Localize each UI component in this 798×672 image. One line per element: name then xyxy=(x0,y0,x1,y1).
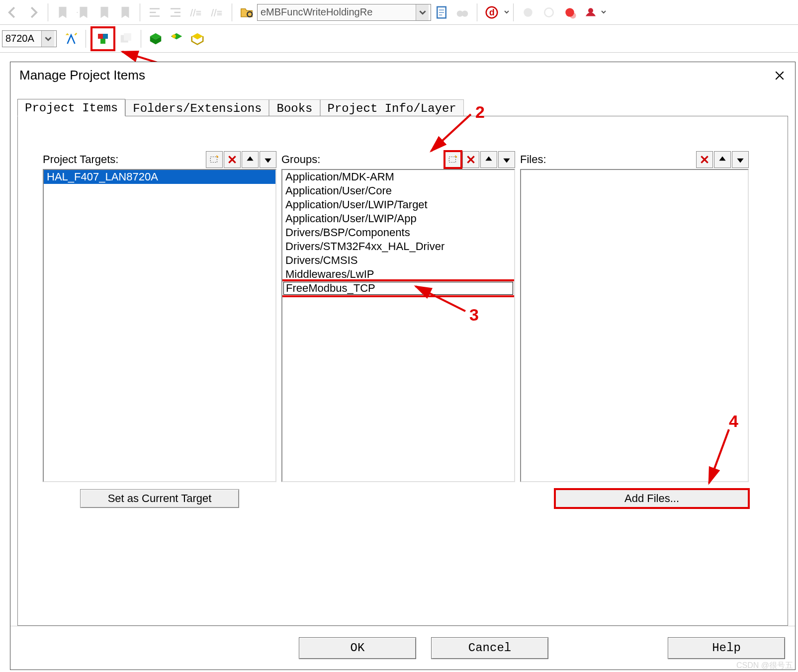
binoculars-icon[interactable] xyxy=(453,3,471,21)
tab-project-items[interactable]: Project Items xyxy=(17,99,125,116)
separator xyxy=(140,3,140,21)
toolbar-main: //≡ //≡ d xyxy=(0,0,798,25)
svg-point-12 xyxy=(588,8,593,13)
bookmark-prev-icon[interactable] xyxy=(75,3,92,21)
list-item[interactable]: Application/User/Core xyxy=(282,184,514,198)
separator xyxy=(141,30,141,48)
svg-line-22 xyxy=(431,114,471,151)
new-target-icon[interactable] xyxy=(206,151,223,168)
dialog-title: Manage Project Items xyxy=(10,62,795,88)
move-down-icon[interactable] xyxy=(498,151,515,168)
cancel-button[interactable]: Cancel xyxy=(431,637,548,659)
tab-project-info-layer[interactable]: Project Info/Layer xyxy=(320,99,464,116)
function-combo-input[interactable] xyxy=(258,5,416,20)
svg-point-11 xyxy=(570,12,576,19)
svg-text://≡: //≡ xyxy=(211,7,223,18)
list-item[interactable]: Application/User/LWIP/Target xyxy=(282,198,514,212)
svg-rect-13 xyxy=(98,34,103,39)
separator xyxy=(86,30,86,48)
target-select-combo[interactable] xyxy=(2,30,57,47)
tab-books[interactable]: Books xyxy=(269,99,320,116)
move-down-icon[interactable] xyxy=(260,151,276,168)
delete-file-icon[interactable] xyxy=(696,151,713,168)
folder-find-icon[interactable] xyxy=(238,3,256,21)
function-combo[interactable] xyxy=(257,4,431,21)
list-item[interactable]: Drivers/STM32F4xx_HAL_Driver xyxy=(282,240,514,253)
files-label: Files: xyxy=(520,153,546,166)
pack-installer-icon[interactable] xyxy=(147,30,165,48)
list-item[interactable]: Application/MDK-ARM xyxy=(282,170,514,184)
indent-right-icon[interactable] xyxy=(167,3,184,21)
bookmark-toggle-icon[interactable] xyxy=(54,3,72,21)
targets-list[interactable]: HAL_F407_LAN8720A xyxy=(43,169,276,482)
move-up-icon[interactable] xyxy=(480,151,497,168)
uncomment-icon[interactable]: //≡ xyxy=(208,3,226,21)
svg-point-8 xyxy=(524,8,532,17)
svg-point-9 xyxy=(544,8,553,17)
list-item[interactable]: Drivers/BSP/Components xyxy=(282,226,514,240)
move-up-icon[interactable] xyxy=(714,151,731,168)
nav-back-icon[interactable] xyxy=(3,3,21,21)
separator xyxy=(513,3,514,21)
svg-point-18 xyxy=(172,34,176,38)
list-item[interactable]: HAL_F407_LAN8720A xyxy=(44,170,275,184)
breakpoint-enable-icon[interactable] xyxy=(519,3,537,21)
chevron-down-icon[interactable] xyxy=(41,31,54,47)
group-edit-row xyxy=(282,281,514,295)
document-icon[interactable] xyxy=(433,3,450,21)
move-down-icon[interactable] xyxy=(732,151,749,168)
targets-column: Project Targets: HAL_F407_LAN8720A Set a… xyxy=(43,151,276,508)
svg-rect-17 xyxy=(124,33,131,40)
new-group-icon[interactable] xyxy=(444,151,461,168)
bookmark-clear-icon[interactable] xyxy=(116,3,134,21)
bookmark-next-icon[interactable] xyxy=(95,3,113,21)
manage-project-items-dialog: Manage Project Items Project Items Folde… xyxy=(10,62,796,670)
tab-pane: Project Targets: HAL_F407_LAN8720A Set a… xyxy=(17,116,788,626)
delete-group-icon[interactable] xyxy=(462,151,479,168)
svg-text:d: d xyxy=(489,7,495,17)
breakpoint-disable-icon[interactable] xyxy=(540,3,558,21)
chevron-down-icon[interactable] xyxy=(416,4,429,20)
manage-rte-icon[interactable] xyxy=(188,30,206,48)
list-item[interactable]: Drivers/CMSIS xyxy=(282,253,514,267)
toolbar-build xyxy=(0,25,798,53)
ok-button[interactable]: OK xyxy=(299,637,416,659)
dialog-button-row: OK Cancel Help xyxy=(10,626,795,670)
groups-label: Groups: xyxy=(281,153,320,166)
filter-icon[interactable] xyxy=(168,30,185,48)
svg-point-5 xyxy=(462,10,468,17)
groups-column: Groups: Application/MDK-ARM Application/… xyxy=(281,151,515,482)
breakpoint-kill-icon[interactable] xyxy=(561,3,579,21)
svg-rect-21 xyxy=(449,157,455,163)
options-icon[interactable] xyxy=(62,30,80,48)
svg-rect-14 xyxy=(103,34,108,39)
multi-project-icon[interactable] xyxy=(117,30,135,48)
tab-bar: Project Items Folders/Extensions Books P… xyxy=(17,95,788,116)
tools-icon[interactable] xyxy=(582,3,600,21)
group-name-input[interactable] xyxy=(283,282,513,295)
list-item[interactable]: Middlewares/LwIP xyxy=(282,267,514,281)
tab-folders-extensions[interactable]: Folders/Extensions xyxy=(125,99,269,116)
separator xyxy=(48,3,48,21)
set-current-target-button[interactable]: Set as Current Target xyxy=(80,489,239,508)
help-button[interactable]: Help xyxy=(668,637,785,659)
nav-fwd-icon[interactable] xyxy=(24,3,42,21)
delete-target-icon[interactable] xyxy=(224,151,241,168)
move-up-icon[interactable] xyxy=(242,151,259,168)
separator xyxy=(477,3,477,21)
comment-icon[interactable]: //≡ xyxy=(187,3,205,21)
files-column: Files: Add Files... xyxy=(520,151,749,508)
chevron-down-icon[interactable] xyxy=(504,10,509,15)
watermark: CSDN @很号五 xyxy=(736,661,793,671)
list-item[interactable]: Application/User/LWIP/App xyxy=(282,212,514,226)
close-icon[interactable] xyxy=(772,68,787,83)
target-select-input[interactable] xyxy=(2,31,41,46)
groups-list[interactable]: Application/MDK-ARM Application/User/Cor… xyxy=(281,169,515,482)
debug-icon[interactable]: d xyxy=(483,3,501,21)
svg-rect-15 xyxy=(100,39,105,44)
manage-project-items-icon[interactable] xyxy=(91,27,114,50)
files-list[interactable] xyxy=(520,169,749,482)
chevron-down-icon[interactable] xyxy=(601,10,606,15)
add-files-button[interactable]: Add Files... xyxy=(555,489,749,508)
indent-left-icon[interactable] xyxy=(146,3,164,21)
